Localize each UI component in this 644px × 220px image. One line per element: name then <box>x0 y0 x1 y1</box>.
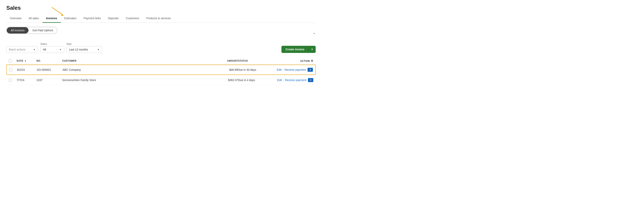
row1-receive-payment-link[interactable]: Receive payment <box>284 68 306 71</box>
tab-deposits[interactable]: Deposits <box>104 14 122 23</box>
header-no: NO. <box>36 60 62 62</box>
status-filter-group: Status All ▼ <box>40 43 64 53</box>
header-date: DATE ▼ <box>16 60 36 62</box>
row2-edit-link[interactable]: Edit <box>277 79 282 82</box>
batch-actions-select[interactable]: Batch actions ▼ <box>6 46 38 53</box>
filter-area: Batch actions ▼ Status All ▼ Date Last 1… <box>6 43 102 53</box>
date-chevron-icon: ▼ <box>97 48 100 51</box>
header-checkbox <box>9 59 16 62</box>
filter-row: Batch actions ▼ Status All ▼ Date Last 1… <box>6 43 316 53</box>
toggle-get-paid-upfront[interactable]: Get Paid Upfront <box>28 27 57 34</box>
header-status: STATUS <box>238 60 270 62</box>
invoices-table: DATE ▼ NO. CUSTOMER AMOUNT STATUS ACTION… <box>6 58 316 85</box>
tab-payment-links[interactable]: Payment links <box>80 14 104 23</box>
row2-action-separator: | <box>283 79 284 82</box>
tab-products-services[interactable]: Products & services <box>143 14 174 23</box>
row1-edit-link[interactable]: Edit <box>277 68 282 71</box>
row1-checkbox-cell <box>9 68 17 71</box>
row1-checkbox[interactable] <box>9 68 12 71</box>
create-invoice-group: Create invoice ▼ <box>282 46 316 53</box>
status-chevron-icon: ▼ <box>59 48 62 51</box>
arrow-annotation <box>50 6 66 17</box>
table-row: 8/2/24 SO-000001 ABC Company $46.89 Due … <box>6 65 316 75</box>
row1-action-separator: | <box>282 68 284 71</box>
status-label: Status <box>40 43 64 45</box>
row2-actions: Edit | Receive payment ▼ <box>270 78 313 82</box>
date-filter-group: Date Last 12 months ▼ <box>66 43 102 53</box>
row2-action-dropdown-button[interactable]: ▼ <box>308 78 313 82</box>
row2-no: 1037 <box>36 79 62 82</box>
row1-action-dropdown-button[interactable]: ▼ <box>308 68 313 72</box>
row2-amount: $362.07 <box>218 79 238 82</box>
tab-all-sales[interactable]: All sales <box>25 14 42 23</box>
tab-customers[interactable]: Customers <box>122 14 143 23</box>
batch-actions-label: Batch actions <box>9 48 26 51</box>
create-invoice-dropdown-button[interactable]: ▼ <box>308 46 316 53</box>
row1-status: Due in 30 days <box>238 68 269 71</box>
nav-tabs: Overview All sales Invoices Estimates Pa… <box>6 14 316 23</box>
table-header: DATE ▼ NO. CUSTOMER AMOUNT STATUS ACTION… <box>6 58 316 64</box>
batch-actions-group: Batch actions ▼ <box>6 46 38 53</box>
svg-line-0 <box>52 7 63 15</box>
header-customer: CUSTOMER <box>62 60 218 62</box>
select-all-checkbox[interactable] <box>9 59 12 62</box>
row1-customer: ABC Company <box>62 68 218 71</box>
row2-checkbox[interactable] <box>9 79 12 82</box>
row2-date: 7/7/24 <box>16 79 36 82</box>
invoice-toggle-group: All invoices Get Paid Upfront <box>6 27 58 34</box>
toggle-all-invoices[interactable]: All invoices <box>7 27 28 34</box>
row2-checkbox-cell <box>9 79 16 82</box>
table-row: 7/7/24 1037 Sonnenschein Family Store $3… <box>6 75 316 85</box>
action-gear-icon[interactable]: ⚙ <box>311 59 314 62</box>
batch-chevron-icon: ▼ <box>33 48 36 51</box>
row1-amount: $46.89 <box>218 68 238 71</box>
toggle-header-row: All invoices Get Paid Upfront ⌄ <box>6 27 316 39</box>
row1-actions: Edit | Receive payment ▼ <box>269 68 313 72</box>
date-select[interactable]: Last 12 months ▼ <box>66 46 102 53</box>
status-value: All <box>43 48 46 51</box>
row2-customer: Sonnenschein Family Store <box>62 79 218 82</box>
row2-receive-payment-link[interactable]: Receive payment <box>285 79 306 82</box>
date-label: Date <box>66 43 102 45</box>
header-amount: AMOUNT <box>218 60 238 62</box>
svg-marker-1 <box>61 14 64 16</box>
header-action: ACTION ⚙ <box>270 59 313 62</box>
date-value: Last 12 months <box>69 48 88 51</box>
tab-overview[interactable]: Overview <box>6 14 25 23</box>
row2-status: Due in 4 days <box>238 79 270 82</box>
date-sort-icon: ▼ <box>24 60 26 62</box>
create-invoice-button[interactable]: Create invoice <box>282 46 308 53</box>
toggle-chevron-icon[interactable]: ⌄ <box>313 31 316 35</box>
status-select[interactable]: All ▼ <box>40 46 64 53</box>
row1-no: SO-000001 <box>37 68 62 71</box>
row1-date: 8/2/24 <box>17 68 37 71</box>
